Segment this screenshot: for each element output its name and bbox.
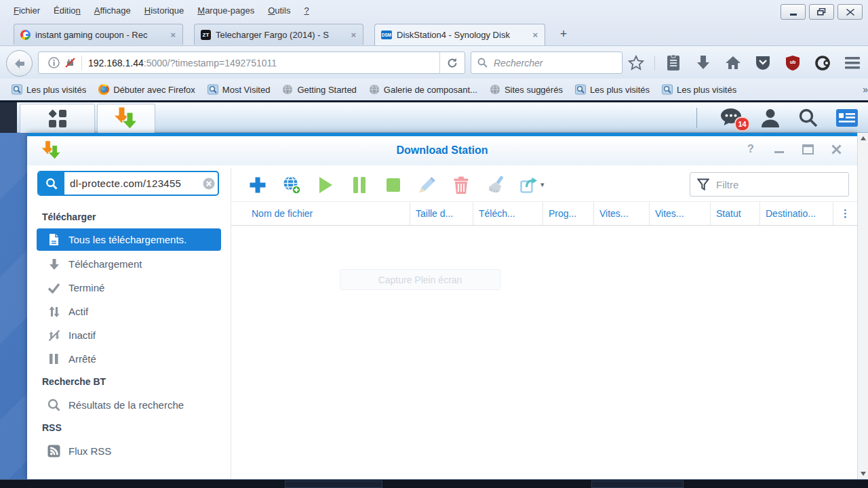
scroll-up-arrow-icon[interactable]: [861, 136, 866, 140]
delete-button[interactable]: [452, 176, 471, 195]
add-download-button[interactable]: [248, 176, 267, 195]
menu-bar: Fichier Édition Affichage Historique Mar…: [0, 0, 868, 20]
notifications-button[interactable]: 14: [719, 107, 743, 129]
sidebar-item-flux-rss[interactable]: Flux RSS: [27, 439, 231, 463]
download-station-taskbar-button[interactable]: [97, 104, 155, 134]
bookmark-galerie-de-composants[interactable]: Galerie de composant...: [364, 82, 482, 97]
tab-close-icon[interactable]: ×: [170, 30, 176, 40]
tab-instant-gaming[interactable]: instant gaming coupon - Rec ×: [14, 24, 183, 45]
download-url-search-box[interactable]: [37, 171, 219, 196]
filter-box[interactable]: [690, 172, 849, 197]
bookmark-folder-les-plus-visites-2[interactable]: Les plus visités: [570, 82, 654, 97]
globe-icon: [490, 84, 500, 95]
pocket-button[interactable]: [751, 53, 774, 73]
back-button[interactable]: [6, 50, 33, 77]
sidebar-item-inactif[interactable]: Inactif: [27, 323, 231, 347]
help-button[interactable]: ?: [745, 143, 757, 155]
bookmark-label: Les plus visités: [590, 85, 650, 95]
home-button[interactable]: [722, 53, 745, 73]
menu-historique[interactable]: Historique: [138, 3, 191, 18]
column-header-vitesse-2[interactable]: Vites...: [650, 202, 711, 225]
column-header-destination[interactable]: Destinatio...: [760, 202, 833, 225]
bookmark-folder-most-visited[interactable]: Most Visited: [203, 82, 275, 97]
stop-button[interactable]: [384, 176, 403, 195]
url-path: :5000/?timestamp=1492751011: [144, 58, 277, 68]
tab-diskstation[interactable]: DSM DiskStation4 - Synology Disk ×: [374, 24, 545, 45]
share-button-group[interactable]: ▾: [519, 176, 545, 195]
hamburger-menu-button[interactable]: [841, 53, 864, 73]
bookmark-debuter-avec-firefox[interactable]: Débuter avec Firefox: [94, 82, 200, 97]
loop-icon: [814, 55, 831, 71]
user-options-button[interactable]: [760, 107, 781, 129]
minimize-window-button[interactable]: [773, 143, 785, 155]
sidebar-item-tous-les-telechargements[interactable]: Tous les téléchargements.: [37, 228, 221, 251]
new-tab-button[interactable]: +: [555, 26, 572, 41]
filter-input[interactable]: [715, 178, 848, 191]
reload-button[interactable]: [439, 52, 465, 73]
tab-telecharger-fargo[interactable]: ZT Telecharger Fargo (2014) - S ×: [194, 24, 363, 45]
menu-outils[interactable]: Outils: [261, 3, 297, 18]
bookmark-getting-started[interactable]: Getting Started: [277, 82, 361, 97]
column-header-statut[interactable]: Statut: [711, 202, 760, 225]
bookmark-label: Sites suggérés: [505, 85, 563, 95]
pilot-view-button[interactable]: [835, 108, 859, 128]
clear-completed-button[interactable]: [486, 176, 505, 195]
search-submit-button[interactable]: [39, 172, 64, 195]
table-header-row: Nom de fichier Taille d... Téléch... Pro…: [231, 201, 857, 226]
add-from-url-button[interactable]: [282, 176, 301, 195]
bookmark-folder-les-plus-visites-3[interactable]: Les plus visités: [657, 82, 741, 97]
menu-affichage[interactable]: Affichage: [87, 3, 138, 18]
column-header-nom-de-fichier[interactable]: Nom de fichier: [231, 202, 410, 225]
close-window-button[interactable]: [830, 143, 842, 155]
show-desktop-corner[interactable]: [0, 102, 17, 133]
sidebar-item-label: Flux RSS: [68, 445, 111, 457]
sidebar-item-termine[interactable]: Terminé: [27, 276, 231, 300]
menu-marque-pages[interactable]: Marque-pages: [191, 3, 261, 18]
resume-button[interactable]: [316, 176, 335, 195]
close-button[interactable]: [837, 4, 863, 20]
column-header-telecharge[interactable]: Téléch...: [473, 202, 543, 225]
bookmarks-panel-button[interactable]: [662, 53, 685, 73]
download-url-input[interactable]: [64, 178, 203, 189]
extension-loop-button[interactable]: [811, 53, 834, 73]
sidebar-nav: Télécharger Tous les téléchargements.: [27, 206, 231, 463]
minimize-button[interactable]: [781, 4, 806, 20]
dsm-search-button[interactable]: [797, 107, 819, 129]
menu-edition[interactable]: Édition: [47, 3, 87, 18]
page-scrollbar[interactable]: [857, 133, 868, 479]
pause-button[interactable]: [350, 176, 369, 195]
browser-search-input[interactable]: [492, 57, 622, 69]
url-bar[interactable]: 192.168.1.44:5000/?timestamp=1492751011: [38, 52, 465, 74]
column-settings-button[interactable]: ⋮: [833, 202, 857, 225]
menu-aide[interactable]: ?: [297, 3, 315, 18]
sidebar-item-telechargement[interactable]: Téléchargement: [27, 252, 231, 276]
share-dropdown-caret[interactable]: ▾: [540, 180, 545, 189]
clear-input-button[interactable]: [203, 178, 215, 190]
menu-fichier[interactable]: Fichier: [7, 3, 47, 18]
window-header[interactable]: Download Station ?: [27, 136, 857, 165]
downloads-button[interactable]: [692, 53, 715, 73]
maximize-window-button[interactable]: [802, 143, 814, 155]
edit-button[interactable]: [418, 176, 437, 195]
widgets-icon: [835, 108, 859, 128]
sidebar-item-arrete[interactable]: Arrêté: [27, 347, 231, 371]
column-header-vitesse-1[interactable]: Vites...: [594, 202, 650, 225]
site-info-icon[interactable]: [48, 57, 60, 68]
bookmark-sites-suggeres[interactable]: Sites suggérés: [485, 82, 568, 97]
scroll-down-arrow-icon[interactable]: [861, 472, 866, 476]
column-header-taille[interactable]: Taille d...: [410, 202, 473, 225]
sidebar-item-resultats-recherche[interactable]: Résultats de la recherche: [27, 393, 231, 417]
bookmarks-overflow-chevron[interactable]: »: [863, 84, 868, 95]
browser-search-box[interactable]: [471, 52, 623, 74]
restore-button[interactable]: [809, 4, 834, 20]
ublock-button[interactable]: ub: [781, 53, 804, 73]
main-menu-button[interactable]: [20, 104, 95, 134]
sidebar-item-actif[interactable]: Actif: [27, 300, 231, 323]
column-header-progression[interactable]: Prog...: [543, 202, 594, 225]
tab-close-icon[interactable]: ×: [350, 30, 357, 40]
globe-add-icon: [282, 176, 301, 195]
bookmark-star-button[interactable]: [625, 53, 648, 73]
plugin-blocked-icon[interactable]: [64, 57, 76, 68]
bookmark-folder-les-plus-visites[interactable]: Les plus visités: [7, 82, 91, 97]
tab-close-icon[interactable]: ×: [532, 30, 538, 40]
